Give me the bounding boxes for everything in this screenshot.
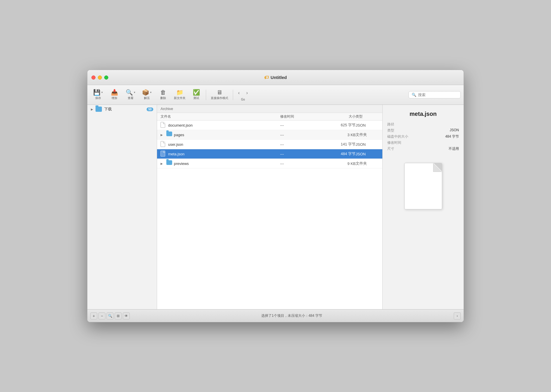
inspector-value-disk-size: 484 字节 [445,134,459,139]
search-input[interactable] [418,93,458,97]
inspector-label-type: 类型 [387,128,394,133]
inspector-label-modified: 修改时间 [387,140,401,145]
file-size: 3 KB [327,133,356,137]
direct-mode-icon: 🖥 [217,89,222,95]
archive-header-label: Archive [161,107,173,111]
inspector-row-path: 路径 [387,122,459,127]
search-box: 🔍 [408,91,461,98]
go-label: Go [241,98,245,101]
file-preview [404,163,442,209]
preview-button[interactable]: 👁 [123,312,130,319]
inspector-value-dimensions: 不适用 [449,146,459,151]
file-size: 625 字节 [327,123,356,128]
view-icon: 🔍 [126,89,133,95]
delete-button[interactable]: 🗑 删除 [155,88,171,101]
inspector-label-disk-size: 磁盘中的大小 [387,134,408,139]
file-name: document.json [168,123,193,127]
nav-back-button[interactable]: ‹ [235,89,243,97]
save-dropdown-arrow: ▼ [101,91,103,94]
traffic-lights [91,75,108,80]
file-name: meta.json [168,152,184,156]
toolbar-separator-2 [233,90,233,100]
view-dropdown-arrow: ▼ [134,91,136,94]
file-modified: --- [280,161,327,166]
toolbar: 💾 ▼ 保存 📥 增加 🔍 ▼ 查看 📦 ▼ 解压 [87,85,464,105]
main-window: 🏷 Untitled 💾 ▼ 保存 📥 增加 🔍 ▼ 查看 [87,70,464,322]
table-row[interactable]: ▶ previews --- 9 KB 文件夹 [157,159,382,168]
new-folder-button[interactable]: 📁 新文件夹 [172,88,188,101]
search-bottom-button[interactable]: 🔍 [107,312,114,319]
new-folder-icon: 📁 [176,89,183,95]
grid-view-button[interactable]: ⊞ [115,312,122,319]
extract-icon: 📦 [142,89,149,95]
inspector-label-path: 路径 [387,122,394,127]
test-label: 测试 [193,96,199,100]
file-name: pages [174,133,184,137]
inspector-panel: meta.json 路径 类型 JSON 磁盘中的大小 484 字节 [382,105,464,309]
sidebar-badge: 50 [147,107,153,111]
table-row[interactable]: ▶ pages --- 3 KB 文件夹 [157,130,382,140]
minimize-button[interactable] [98,75,102,80]
file-modified: --- [280,152,327,156]
save-icon: 💾 [93,89,100,95]
inspector-row-modified: 修改时间 [387,140,459,145]
extract-label: 解压 [144,96,150,100]
close-button[interactable] [91,75,96,80]
titlebar: 🏷 Untitled [87,70,464,85]
bottom-bar: + − 🔍 ⊞ 👁 选择了1个项目，未压缩大小：484 字节 › [87,309,464,322]
sidebar: ▶ 下载 50 [87,105,157,309]
file-rows: document.json --- 625 字节 JSON ▶ pages [157,121,382,309]
add-button[interactable]: 📥 增加 [107,88,122,101]
test-icon: ✅ [193,89,200,95]
archive-header: Archive [157,105,382,113]
scroll-right-button[interactable]: › [454,312,461,319]
sidebar-item-label: 下载 [104,107,112,112]
sidebar-item-downloads[interactable]: ▶ 下载 50 [87,105,157,114]
inspector-label-dimensions: 尺寸 [387,146,394,151]
column-header-modified[interactable]: 修改时间 [280,114,327,119]
status-text: 选择了1个项目，未压缩大小：484 字节 [130,313,454,318]
column-header-name[interactable]: 文件名 [161,114,280,119]
delete-icon: 🗑 [160,89,166,95]
save-button[interactable]: 💾 ▼ 保存 [90,88,106,101]
file-modified: --- [280,123,327,127]
extract-dropdown-arrow: ▼ [150,91,152,94]
table-row[interactable]: document.json --- 625 字节 JSON [157,121,382,130]
inspector-row-disk-size: 磁盘中的大小 484 字节 [387,134,459,139]
bottom-left-buttons: + − 🔍 ⊞ 👁 [90,312,130,319]
extract-button[interactable]: 📦 ▼ 解压 [139,88,155,101]
title-label: Untitled [271,75,287,80]
remove-bottom-button[interactable]: − [98,312,105,319]
nav-forward-button[interactable]: › [243,89,251,97]
fullscreen-button[interactable] [104,75,108,80]
new-folder-label: 新文件夹 [174,96,186,100]
file-kind: 文件夹 [356,132,379,137]
file-kind: JSON [356,142,379,147]
column-header-size[interactable]: 大小 [327,114,356,119]
table-row[interactable]: user.json --- 141 字节 JSON [157,140,382,149]
table-row[interactable]: meta.json --- 484 字节 JSON [157,149,382,159]
file-kind: JSON [356,152,379,156]
title-icon: 🏷 [264,75,269,80]
column-header-type[interactable]: 类型 [356,114,379,119]
toolbar-separator-1 [206,90,206,100]
test-button[interactable]: ✅ 测试 [188,88,204,101]
view-button[interactable]: 🔍 ▼ 查看 [123,88,138,101]
window-title: 🏷 Untitled [264,75,287,80]
inspector-row-type: 类型 JSON [387,128,459,133]
inspector-value-type: JSON [450,128,459,133]
direct-mode-button[interactable]: 🖥 直接操作模式 [208,88,231,101]
file-kind: JSON [356,123,379,127]
file-size: 141 字节 [327,142,356,147]
nav-group: ‹ › Go [235,89,251,101]
file-name: user.json [168,142,183,147]
inspector-row-dimensions: 尺寸 不适用 [387,146,459,151]
add-bottom-button[interactable]: + [90,312,97,319]
file-modified: --- [280,133,327,137]
add-icon: 📥 [111,89,118,95]
file-browser: Archive 文件名 修改时间 大小 类型 document.json [157,105,382,309]
file-name: previews [174,161,189,166]
save-label: 保存 [95,96,101,100]
sidebar-expand-arrow: ▶ [91,108,93,111]
file-size: 9 KB [327,161,356,166]
